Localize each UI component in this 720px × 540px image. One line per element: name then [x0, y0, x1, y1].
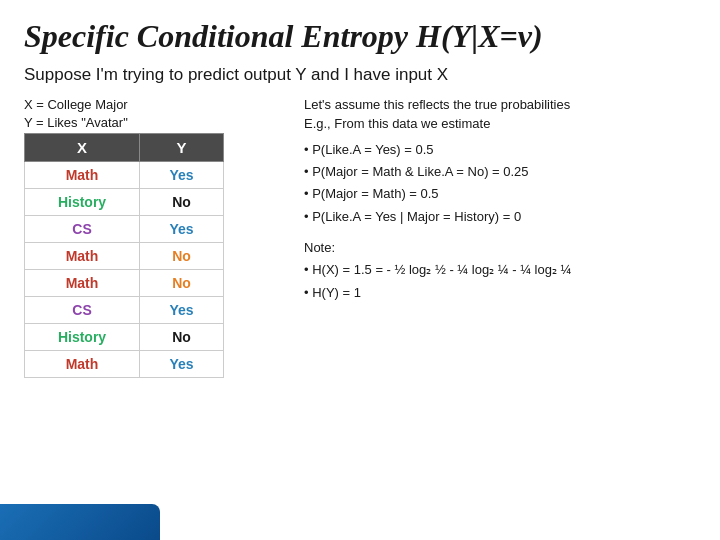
table-row: MathYes	[25, 351, 224, 378]
x-label: X = College Major	[24, 97, 284, 112]
col-header-x: X	[25, 134, 140, 162]
subtitle: Suppose I'm trying to predict output Y a…	[0, 65, 720, 97]
cell-x: CS	[25, 216, 140, 243]
cell-y: No	[140, 243, 224, 270]
note-bullet-2: • H(Y) = 1	[304, 283, 696, 303]
cell-x: Math	[25, 351, 140, 378]
note-label: Note:	[304, 238, 696, 258]
bottom-decoration	[0, 504, 160, 540]
table-row: CSYes	[25, 216, 224, 243]
table-row: MathNo	[25, 270, 224, 297]
table-row: HistoryNo	[25, 324, 224, 351]
cell-y: Yes	[140, 216, 224, 243]
cell-y: Yes	[140, 162, 224, 189]
cell-y: No	[140, 189, 224, 216]
cell-y: Yes	[140, 351, 224, 378]
cell-y: Yes	[140, 297, 224, 324]
note-section: Note: • H(X) = 1.5 = - ½ log₂ ½ - ¼ log₂…	[304, 238, 696, 306]
cell-y: No	[140, 324, 224, 351]
bullet-3: • P(Major = Math) = 0.5	[304, 185, 696, 203]
bullet-4: • P(Like.A = Yes | Major = History) = 0	[304, 208, 696, 226]
page-title: Specific Conditional Entropy H(Y|X=v)	[0, 0, 720, 65]
table-row: CSYes	[25, 297, 224, 324]
estimate-label: E.g., From this data we estimate	[304, 116, 696, 131]
cell-x: Math	[25, 243, 140, 270]
col-header-y: Y	[140, 134, 224, 162]
note-bullet-1: • H(X) = 1.5 = - ½ log₂ ½ - ¼ log₂ ¼ - ¼…	[304, 260, 696, 280]
table-row: MathNo	[25, 243, 224, 270]
cell-x: CS	[25, 297, 140, 324]
y-label: Y = Likes "Avatar"	[24, 115, 284, 130]
cell-x: Math	[25, 162, 140, 189]
data-table: X Y MathYesHistoryNoCSYesMathNoMathNoCSY…	[24, 133, 224, 378]
cell-x: Math	[25, 270, 140, 297]
cell-x: History	[25, 189, 140, 216]
cell-y: No	[140, 270, 224, 297]
bullet-1: • P(Like.A = Yes) = 0.5	[304, 141, 696, 159]
bullet-list: • P(Like.A = Yes) = 0.5 • P(Major = Math…	[304, 141, 696, 230]
table-row: HistoryNo	[25, 189, 224, 216]
table-row: MathYes	[25, 162, 224, 189]
bullet-2: • P(Major = Math & Like.A = No) = 0.25	[304, 163, 696, 181]
cell-x: History	[25, 324, 140, 351]
assume-label: Let's assume this reflects the true prob…	[304, 97, 570, 112]
